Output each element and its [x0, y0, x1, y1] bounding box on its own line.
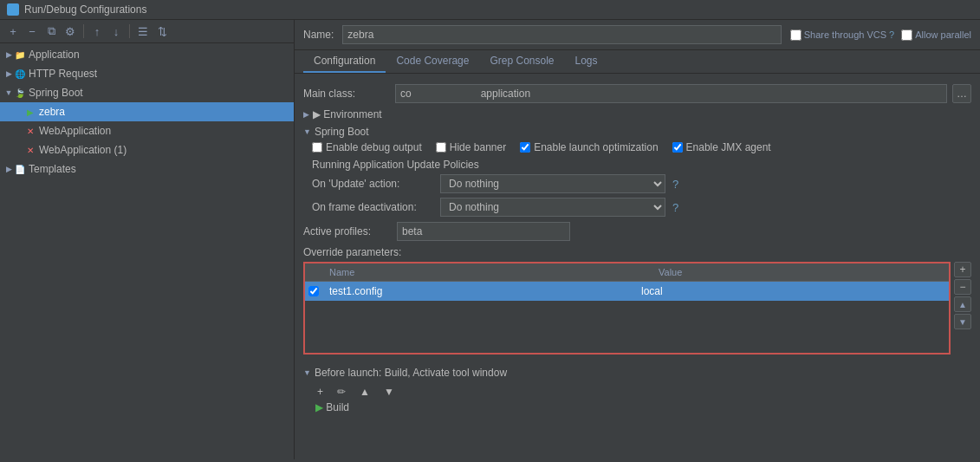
- override-row-0[interactable]: test1.config local: [305, 282, 949, 301]
- tree-item-webapp1[interactable]: ✕ WebApplication: [0, 121, 294, 140]
- on-update-select[interactable]: Do nothing: [440, 174, 665, 193]
- tree-arrow-templates: ▶: [3, 164, 14, 174]
- top-actions: Share through VCS ? Allow parallel: [790, 29, 971, 41]
- on-frame-select[interactable]: Do nothing: [440, 198, 665, 217]
- help-icon-update[interactable]: ?: [672, 178, 678, 191]
- name-input[interactable]: [342, 25, 781, 44]
- before-launch-section: ▼ Before launch: Build, Activate tool wi…: [303, 367, 971, 413]
- tree-item-webapp2[interactable]: ✕ WebApplication (1): [0, 140, 294, 159]
- override-row-0-value: local: [638, 283, 945, 299]
- before-launch-up-button[interactable]: ▲: [354, 384, 375, 400]
- move-up-button[interactable]: ↑: [89, 23, 105, 39]
- running-policies-title: Running Application Update Policies: [312, 159, 971, 171]
- override-remove-button[interactable]: −: [954, 279, 971, 295]
- active-profiles-row: Active profiles:: [303, 222, 971, 241]
- on-update-label: On 'Update' action:: [312, 178, 433, 190]
- webapp1-icon: ✕: [24, 125, 36, 137]
- tree-item-application[interactable]: ▶ 📁 Application: [0, 45, 294, 64]
- tree-arrow-http: ▶: [3, 68, 14, 79]
- tree-item-templates[interactable]: ▶ 📄 Templates: [0, 159, 294, 179]
- spring-boot-section-header[interactable]: ▼ Spring Boot: [303, 126, 971, 138]
- spring-boot-arrow: ▼: [303, 127, 311, 136]
- tree-label-webapp2: WebApplication (1): [39, 144, 127, 156]
- hide-banner-checkbox[interactable]: [436, 142, 446, 153]
- tree-arrow-webapp1: [14, 126, 24, 136]
- tab-configuration[interactable]: Configuration: [303, 50, 386, 73]
- settings-button[interactable]: ⚙: [62, 23, 78, 39]
- title-bar: Run/Debug Configurations: [0, 0, 980, 20]
- before-launch-title: ▼ Before launch: Build, Activate tool wi…: [303, 367, 971, 379]
- environment-arrow: ▶: [303, 110, 309, 119]
- tree-arrow-application: ▶: [3, 49, 14, 60]
- enable-launch-opt-label[interactable]: Enable launch optimization: [520, 141, 658, 153]
- tree-label-spring: Spring Boot: [29, 87, 83, 99]
- build-item-label: Build: [326, 401, 349, 413]
- override-table-container: Name Value test1.config local: [303, 262, 951, 355]
- http-icon: 🌐: [14, 68, 26, 80]
- tree-arrow-webapp2: [14, 145, 24, 155]
- spring-boot-title: Spring Boot: [315, 126, 369, 138]
- tree-label-webapp1: WebApplication: [39, 125, 111, 137]
- enable-debug-text: Enable debug output: [326, 141, 422, 153]
- override-move-down-button[interactable]: ▼: [954, 314, 971, 329]
- toolbar-separator: [83, 24, 84, 38]
- copy-config-button[interactable]: ⧉: [43, 23, 59, 39]
- override-move-up-button[interactable]: ▲: [954, 296, 971, 312]
- override-row-0-checkbox[interactable]: [308, 286, 319, 296]
- override-table-header: Name Value: [305, 264, 949, 282]
- allow-parallel-label[interactable]: Allow parallel: [901, 29, 971, 41]
- remove-config-button[interactable]: −: [24, 23, 40, 39]
- override-empty-area: [305, 301, 949, 353]
- override-add-button[interactable]: +: [954, 262, 971, 277]
- sort-button[interactable]: ⇅: [154, 23, 170, 39]
- tab-grep-console[interactable]: Grep Console: [479, 50, 564, 73]
- override-name-header: Name: [326, 265, 655, 279]
- help-icon-frame[interactable]: ?: [672, 201, 678, 214]
- left-toolbar: + − ⧉ ⚙ ↑ ↓ ☰ ⇅: [0, 20, 294, 43]
- tab-logs[interactable]: Logs: [565, 50, 608, 73]
- share-through-vcs-checkbox[interactable]: [790, 29, 802, 41]
- move-down-button[interactable]: ↓: [108, 23, 124, 39]
- tree-label-http: HTTP Request: [29, 68, 97, 80]
- override-row-0-name: test1.config: [326, 283, 638, 299]
- before-launch-edit-button[interactable]: ✏: [332, 384, 351, 400]
- enable-launch-opt-checkbox[interactable]: [520, 142, 530, 153]
- before-launch-arrow: ▼: [303, 368, 311, 377]
- override-parameters-label: Override parameters:: [303, 246, 971, 258]
- before-launch-toolbar: + ✏ ▲ ▼: [303, 382, 971, 401]
- application-icon: 📁: [14, 49, 26, 61]
- templates-icon: 📄: [14, 163, 26, 175]
- before-launch-down-button[interactable]: ▼: [379, 384, 399, 400]
- active-profiles-input[interactable]: [397, 222, 570, 241]
- hide-banner-label[interactable]: Hide banner: [436, 141, 506, 153]
- tabs-bar: Configuration Code Coverage Grep Console…: [295, 50, 980, 74]
- help-icon-vcs: ?: [889, 29, 894, 40]
- spring-boot-icon: 🍃: [14, 87, 26, 99]
- environment-title: ▶ Environment: [313, 108, 382, 120]
- enable-launch-opt-text: Enable launch optimization: [534, 141, 658, 153]
- tree-item-http-request[interactable]: ▶ 🌐 HTTP Request: [0, 64, 294, 83]
- environment-section[interactable]: ▶ ▶ Environment: [303, 108, 971, 120]
- tree-item-spring-boot[interactable]: ▼ 🍃 Spring Boot: [0, 83, 294, 102]
- enable-jmx-checkbox[interactable]: [672, 142, 683, 153]
- main-class-browse-button[interactable]: …: [952, 84, 971, 103]
- enable-jmx-label[interactable]: Enable JMX agent: [672, 141, 771, 153]
- allow-parallel-checkbox[interactable]: [901, 29, 912, 41]
- tree-arrow-zebra: [14, 107, 24, 117]
- config-tree: ▶ 📁 Application ▶ 🌐 HTTP Request ▼ 🍃 Spr…: [0, 43, 294, 459]
- override-side-actions: + − ▲ ▼: [954, 262, 971, 329]
- main-class-input[interactable]: [395, 84, 947, 103]
- on-frame-label: On frame deactivation:: [312, 201, 433, 213]
- zebra-run-icon: ▶: [24, 106, 36, 118]
- tab-code-coverage[interactable]: Code Coverage: [386, 50, 479, 73]
- name-label: Name:: [303, 29, 334, 41]
- before-launch-add-button[interactable]: +: [312, 384, 328, 400]
- enable-debug-checkbox[interactable]: [312, 142, 322, 153]
- add-config-button[interactable]: +: [5, 23, 21, 39]
- enable-debug-label[interactable]: Enable debug output: [312, 141, 422, 153]
- override-checkbox-col: [308, 286, 326, 296]
- share-through-vcs-label[interactable]: Share through VCS ?: [790, 29, 895, 41]
- app-icon: [7, 3, 19, 16]
- tree-item-zebra[interactable]: ▶ zebra: [0, 102, 294, 121]
- filter-button[interactable]: ☰: [135, 23, 151, 39]
